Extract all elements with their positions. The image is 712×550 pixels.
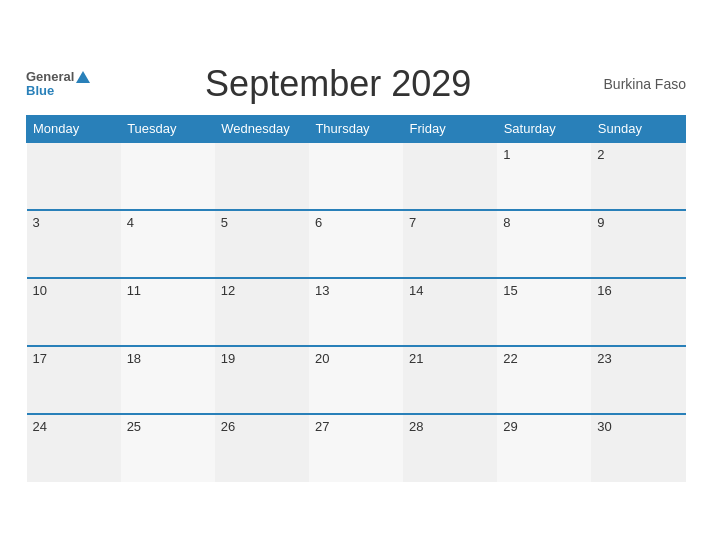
day-cell: 14 — [403, 278, 497, 346]
day-num: 7 — [409, 215, 416, 230]
calendar-title: September 2029 — [90, 63, 586, 105]
logo-triangle-icon — [76, 71, 90, 83]
day-cell: 18 — [121, 346, 215, 414]
weekday-header-row: Monday Tuesday Wednesday Thursday Friday… — [27, 116, 686, 143]
day-num: 8 — [503, 215, 510, 230]
day-num: 17 — [33, 351, 47, 366]
day-cell: 12 — [215, 278, 309, 346]
day-cell: 20 — [309, 346, 403, 414]
calendar-header: General Blue September 2029 Burkina Faso — [26, 63, 686, 105]
day-cell: 3 — [27, 210, 121, 278]
header-tuesday: Tuesday — [121, 116, 215, 143]
day-num: 25 — [127, 419, 141, 434]
day-num: 30 — [597, 419, 611, 434]
day-num: 2 — [597, 147, 604, 162]
day-num: 27 — [315, 419, 329, 434]
day-num: 18 — [127, 351, 141, 366]
day-cell: 24 — [27, 414, 121, 482]
day-cell: 1 — [497, 142, 591, 210]
day-cell: 7 — [403, 210, 497, 278]
day-cell — [403, 142, 497, 210]
day-num: 13 — [315, 283, 329, 298]
week-row-4: 17181920212223 — [27, 346, 686, 414]
day-cell — [27, 142, 121, 210]
day-cell: 19 — [215, 346, 309, 414]
day-cell: 26 — [215, 414, 309, 482]
day-cell: 17 — [27, 346, 121, 414]
header-monday: Monday — [27, 116, 121, 143]
day-cell: 23 — [591, 346, 685, 414]
week-row-3: 10111213141516 — [27, 278, 686, 346]
day-cell: 9 — [591, 210, 685, 278]
day-cell: 11 — [121, 278, 215, 346]
day-cell: 22 — [497, 346, 591, 414]
day-cell: 10 — [27, 278, 121, 346]
header-sunday: Sunday — [591, 116, 685, 143]
header-wednesday: Wednesday — [215, 116, 309, 143]
calendar: General Blue September 2029 Burkina Faso… — [11, 53, 701, 497]
day-num: 14 — [409, 283, 423, 298]
day-num: 1 — [503, 147, 510, 162]
day-cell — [309, 142, 403, 210]
country-label: Burkina Faso — [586, 76, 686, 92]
day-cell: 16 — [591, 278, 685, 346]
day-cell: 8 — [497, 210, 591, 278]
day-num: 21 — [409, 351, 423, 366]
day-cell: 4 — [121, 210, 215, 278]
day-cell: 13 — [309, 278, 403, 346]
day-cell — [215, 142, 309, 210]
day-cell — [121, 142, 215, 210]
day-num: 5 — [221, 215, 228, 230]
logo-blue-text: Blue — [26, 83, 54, 98]
day-num: 10 — [33, 283, 47, 298]
day-num: 9 — [597, 215, 604, 230]
day-cell: 2 — [591, 142, 685, 210]
logo: General Blue — [26, 70, 90, 99]
logo-general-text: General — [26, 70, 74, 84]
day-num: 23 — [597, 351, 611, 366]
day-cell: 5 — [215, 210, 309, 278]
day-num: 3 — [33, 215, 40, 230]
day-cell: 6 — [309, 210, 403, 278]
day-num: 19 — [221, 351, 235, 366]
day-cell: 28 — [403, 414, 497, 482]
day-num: 15 — [503, 283, 517, 298]
day-num: 24 — [33, 419, 47, 434]
day-num: 20 — [315, 351, 329, 366]
day-cell: 21 — [403, 346, 497, 414]
header-friday: Friday — [403, 116, 497, 143]
day-cell: 30 — [591, 414, 685, 482]
header-thursday: Thursday — [309, 116, 403, 143]
day-num: 29 — [503, 419, 517, 434]
day-num: 22 — [503, 351, 517, 366]
day-num: 12 — [221, 283, 235, 298]
week-row-2: 3456789 — [27, 210, 686, 278]
day-cell: 25 — [121, 414, 215, 482]
day-num: 28 — [409, 419, 423, 434]
day-num: 4 — [127, 215, 134, 230]
day-num: 6 — [315, 215, 322, 230]
day-cell: 27 — [309, 414, 403, 482]
day-num: 16 — [597, 283, 611, 298]
day-num: 11 — [127, 283, 141, 298]
week-row-5: 24252627282930 — [27, 414, 686, 482]
week-row-1: 12 — [27, 142, 686, 210]
calendar-table: Monday Tuesday Wednesday Thursday Friday… — [26, 115, 686, 482]
header-saturday: Saturday — [497, 116, 591, 143]
day-num: 26 — [221, 419, 235, 434]
day-cell: 15 — [497, 278, 591, 346]
day-cell: 29 — [497, 414, 591, 482]
